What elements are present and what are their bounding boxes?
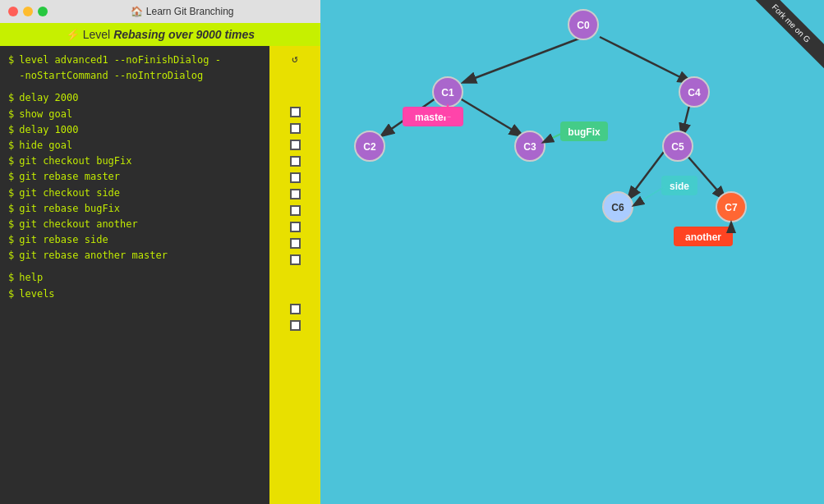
prompt-rb4: $ [8, 248, 14, 263]
cmd-help: help [19, 270, 43, 286]
svg-text:C6: C6 [611, 202, 624, 213]
cb-delay1[interactable] [269, 103, 320, 120]
cmd-co-side: git checkout side [19, 186, 120, 201]
svg-text:C3: C3 [523, 141, 536, 153]
prompt-sg: $ [8, 107, 14, 122]
cb-rb-bugfix[interactable] [269, 218, 320, 235]
checkbox-column: ↺ [269, 46, 320, 504]
cmd-line-delay1: $ delay 2000 [8, 90, 261, 106]
cmd-delay1: delay 2000 [19, 90, 78, 106]
title-text: Learn Git Branching [146, 6, 234, 17]
prompt-co1: $ [8, 153, 14, 169]
cb-rb-master[interactable] [269, 186, 320, 202]
terminal-window: 🏠 Learn Git Branching ⚡ Level Rebasing o… [0, 0, 320, 504]
window-title: 🏠 Learn Git Branching [53, 6, 312, 17]
cb-rb-side[interactable] [269, 251, 320, 268]
graph-area: Fork me on G [320, 0, 824, 504]
svg-text:bugFix: bugFix [568, 126, 601, 138]
cb-co-bugfix[interactable] [269, 169, 320, 186]
maximize-button[interactable] [38, 7, 48, 16]
checkbox-header: ↺ [269, 49, 320, 67]
cb-help[interactable] [269, 300, 320, 317]
prompt-rb1: $ [8, 169, 14, 185]
prompt-rb2: $ [8, 201, 14, 217]
cmd-rb-another-master: git rebase another master [19, 248, 168, 263]
svg-text:another: another [685, 231, 721, 243]
svg-text:C4: C4 [688, 87, 701, 99]
svg-line-4 [682, 103, 690, 135]
cb-delay2[interactable] [269, 136, 320, 153]
terminal-area: $ level advanced1 --noFinishDialog - -no… [0, 46, 320, 504]
prompt-rb3: $ [8, 232, 14, 248]
cmd-levels: levels [19, 286, 54, 302]
cmd-line-help: $ help [8, 270, 261, 286]
cmd-line-delay2: $ delay 1000 [8, 122, 261, 138]
cmd-line-rb-bugfix: $ git rebase bugFix [8, 201, 261, 217]
cb-co-another[interactable] [269, 235, 320, 251]
titlebar: 🏠 Learn Git Branching [0, 0, 320, 23]
svg-text:C7: C7 [725, 202, 738, 213]
cmd-line-rb-master: $ git rebase master [8, 169, 261, 185]
prompt-hg: $ [8, 138, 14, 153]
close-button[interactable] [8, 7, 18, 16]
prompt-co2: $ [8, 186, 14, 201]
command-area: $ level advanced1 --noFinishDialog - -no… [0, 46, 269, 504]
level-name: Rebasing over 9000 times [113, 28, 255, 41]
svg-text:side: side [670, 181, 689, 192]
level-prefix: Level [83, 28, 110, 41]
level-banner: ⚡ Level Rebasing over 9000 times [0, 23, 320, 46]
cmd-line-showgoal: $ show goal [8, 107, 261, 122]
cmd-co-another: git checkout another [19, 217, 138, 232]
home-icon: 🏠 [131, 6, 143, 17]
fork-ribbon[interactable]: Fork me on G [725, 0, 824, 99]
cb-showgoal[interactable] [269, 120, 320, 136]
cmd-line-rb-another-master: $ git rebase another master [8, 248, 261, 263]
svg-line-36 [634, 187, 664, 205]
cb-hidegoal[interactable] [269, 153, 320, 169]
prompt-d1: $ [8, 90, 14, 106]
cmd-line-co-side: $ git checkout side [8, 186, 261, 201]
cmd-rb-bugfix: git rebase bugFix [19, 201, 120, 217]
svg-text:C1: C1 [441, 87, 454, 99]
svg-text:C2: C2 [363, 141, 376, 153]
cmd-line-hidegoal: $ hide goal [8, 138, 261, 153]
prompt-co3: $ [8, 217, 14, 232]
prompt-1: $ [8, 53, 14, 68]
svg-line-33 [544, 133, 563, 142]
svg-line-0 [464, 37, 583, 82]
cmd-line-rb-side: $ git rebase side [8, 232, 261, 248]
cmd-line-levels: $ levels [8, 286, 261, 302]
prompt-help: $ [8, 270, 14, 286]
cmd-line-1: $ level advanced1 --noFinishDialog - -no… [8, 53, 261, 84]
cmd-co-bugfix: git checkout bugFix [19, 153, 131, 169]
svg-line-5 [628, 152, 664, 199]
cmd-line-co-bugfix: $ git checkout bugFix [8, 153, 261, 169]
svg-line-3 [460, 99, 522, 135]
cmd-hidegoal: hide goal [19, 138, 72, 153]
cb-levels[interactable] [269, 317, 320, 333]
svg-text:C5: C5 [671, 141, 684, 153]
cb-co-side[interactable] [269, 202, 320, 218]
cmd-text-1: level advanced1 --noFinishDialog - -noSt… [19, 53, 221, 84]
cmd-rb-master: git rebase master [19, 169, 120, 185]
lightning-icon: ⚡ [66, 28, 80, 41]
prompt-levels: $ [8, 286, 14, 302]
cmd-showgoal: show goal [19, 107, 72, 122]
minimize-button[interactable] [23, 7, 33, 16]
fork-ribbon-text: Fork me on G [744, 0, 824, 70]
svg-line-1 [600, 37, 690, 82]
cmd-delay2: delay 1000 [19, 122, 78, 138]
cmd-line-co-another: $ git checkout another [8, 217, 261, 232]
prompt-d2: $ [8, 122, 14, 138]
cmd-rb-side: git rebase side [19, 232, 108, 248]
svg-text:master*: master* [415, 112, 451, 123]
svg-text:C0: C0 [577, 20, 590, 31]
